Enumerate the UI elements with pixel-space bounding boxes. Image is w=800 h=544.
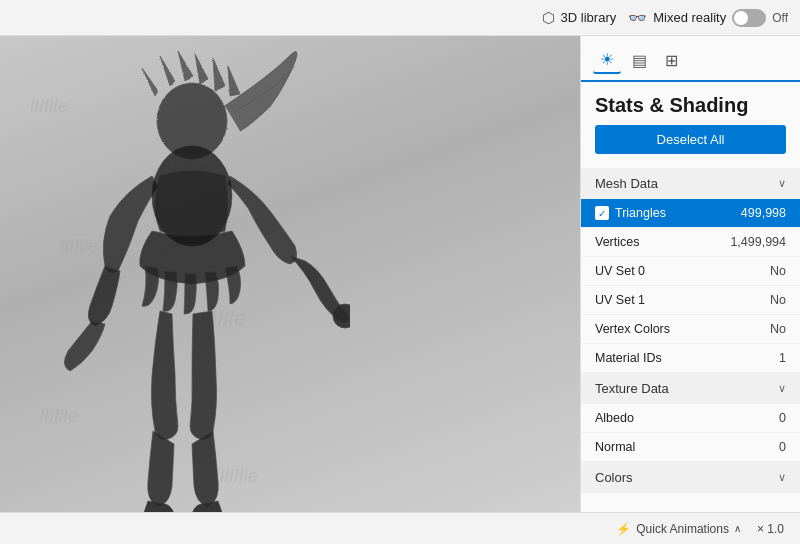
mesh-data-chevron: ∨ [778, 177, 786, 190]
albedo-row[interactable]: Albedo 0 [581, 404, 800, 433]
uvset0-label: UV Set 0 [595, 264, 645, 278]
quick-animations-label: Quick Animations [636, 522, 729, 536]
zoom-item: × 1.0 [757, 522, 784, 536]
panel-toolbar: ☀ ▤ ⊞ [581, 36, 800, 82]
right-panel: ☀ ▤ ⊞ Stats & Shading Deselect All Mesh … [580, 36, 800, 512]
vertices-label: Vertices [595, 235, 639, 249]
material-ids-label: Material IDs [595, 351, 662, 365]
triangles-value: 499,998 [741, 206, 786, 220]
colors-label: Colors [595, 470, 633, 485]
albedo-label-group: Albedo [595, 411, 634, 425]
grid-toolbar-button[interactable]: ⊞ [657, 46, 685, 74]
deselect-all-button[interactable]: Deselect All [595, 125, 786, 154]
image-toolbar-button[interactable]: ▤ [625, 46, 653, 74]
triangles-row[interactable]: ✓ Triangles 499,998 [581, 199, 800, 228]
svg-marker-2 [195, 54, 208, 84]
panel-title: Stats & Shading [581, 82, 800, 125]
material-ids-row[interactable]: Material IDs 1 [581, 344, 800, 373]
quick-animations-item[interactable]: ⚡ Quick Animations ∧ [616, 522, 741, 536]
texture-data-label: Texture Data [595, 381, 669, 396]
main-content: lIIIlIe lIIIlIe lIIIlIe lIIIlIe lIIIlIe … [0, 36, 800, 512]
bottombar: ⚡ Quick Animations ∧ × 1.0 [0, 512, 800, 544]
topbar: ⬡ 3D library 👓 Mixed reality Off [0, 0, 800, 36]
off-label: Off [772, 11, 788, 25]
material-ids-value: 1 [779, 351, 786, 365]
albedo-label: Albedo [595, 411, 634, 425]
character-svg [30, 46, 350, 512]
vertex-colors-row[interactable]: Vertex Colors No [581, 315, 800, 344]
uvset1-row[interactable]: UV Set 1 No [581, 286, 800, 315]
triangles-label: Triangles [615, 206, 666, 220]
colors-section-header[interactable]: Colors ∨ [581, 462, 800, 493]
vertex-colors-label: Vertex Colors [595, 322, 670, 336]
mesh-data-label: Mesh Data [595, 176, 658, 191]
albedo-value: 0 [779, 411, 786, 425]
toggle-knob [734, 11, 748, 25]
uvset1-value: No [770, 293, 786, 307]
vertices-value: 1,499,994 [730, 235, 786, 249]
triangles-label-group: ✓ Triangles [595, 206, 666, 220]
quick-animations-icon: ⚡ [616, 522, 631, 536]
mixed-reality-item: 👓 Mixed reality Off [628, 9, 788, 27]
vertex-colors-value: No [770, 322, 786, 336]
uvset1-label-group: UV Set 1 [595, 293, 645, 307]
texture-data-chevron: ∨ [778, 382, 786, 395]
uvset0-row[interactable]: UV Set 0 No [581, 257, 800, 286]
mesh-data-section-header[interactable]: Mesh Data ∨ [581, 168, 800, 199]
vertex-colors-label-group: Vertex Colors [595, 322, 670, 336]
mixed-reality-toggle[interactable] [732, 9, 766, 27]
colors-chevron: ∨ [778, 471, 786, 484]
character-3d [30, 46, 350, 512]
library-label: 3D library [561, 10, 617, 25]
library-icon: ⬡ [542, 9, 555, 27]
normal-label: Normal [595, 440, 635, 454]
svg-marker-1 [178, 51, 193, 81]
svg-marker-5 [228, 66, 240, 96]
mixed-reality-label: Mixed reality [653, 10, 726, 25]
svg-marker-3 [213, 58, 225, 91]
svg-marker-4 [142, 68, 158, 96]
normal-label-group: Normal [595, 440, 635, 454]
zoom-value: × 1.0 [757, 522, 784, 536]
vertices-label-group: Vertices [595, 235, 639, 249]
normal-value: 0 [779, 440, 786, 454]
sun-toolbar-button[interactable]: ☀ [593, 46, 621, 74]
vertices-row[interactable]: Vertices 1,499,994 [581, 228, 800, 257]
quick-animations-chevron: ∧ [734, 523, 741, 534]
texture-data-section-header[interactable]: Texture Data ∨ [581, 373, 800, 404]
material-ids-label-group: Material IDs [595, 351, 662, 365]
svg-marker-0 [160, 56, 175, 86]
uvset0-label-group: UV Set 0 [595, 264, 645, 278]
3d-viewport[interactable]: lIIIlIe lIIIlIe lIIIlIe lIIIlIe lIIIlIe … [0, 36, 580, 512]
triangles-checkbox[interactable]: ✓ [595, 206, 609, 220]
normal-row[interactable]: Normal 0 [581, 433, 800, 462]
mixed-reality-icon: 👓 [628, 9, 647, 27]
3d-library-item[interactable]: ⬡ 3D library [542, 9, 617, 27]
uvset1-label: UV Set 1 [595, 293, 645, 307]
uvset0-value: No [770, 264, 786, 278]
